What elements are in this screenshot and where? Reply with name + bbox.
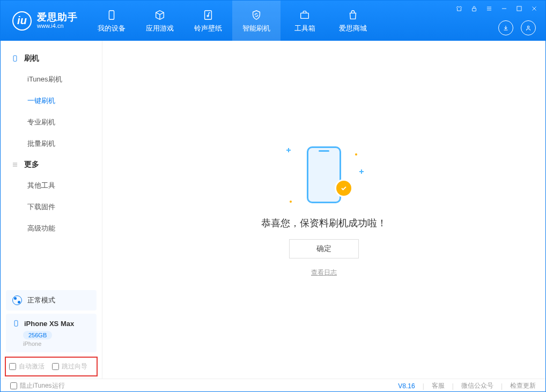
confirm-button[interactable]: 确定 — [289, 239, 359, 258]
bag-icon — [346, 9, 359, 21]
device-info[interactable]: iPhone XS Max 256GB iPhone — [6, 314, 97, 352]
music-file-icon — [202, 9, 215, 21]
sidebar-item-itunes[interactable]: iTunes刷机 — [1, 69, 102, 90]
checkbox-label: 阻止iTunes运行 — [20, 381, 65, 390]
version-label: V8.16 — [398, 382, 415, 390]
svg-rect-7 — [13, 56, 17, 62]
titlebar-controls — [454, 4, 539, 13]
close-icon[interactable] — [529, 4, 539, 13]
sidebar-group-flash: 刷机 — [1, 48, 102, 69]
highlighted-options: 自动激活 跳过向导 — [5, 357, 98, 376]
download-button[interactable] — [498, 20, 513, 35]
checkbox-block-itunes[interactable]: 阻止iTunes运行 — [10, 381, 65, 390]
header-right-buttons — [498, 20, 536, 35]
success-message: 恭喜您，保资料刷机成功啦！ — [261, 217, 387, 230]
dot-icon — [355, 153, 357, 156]
app-logo: iu 爱思助手 www.i4.cn — [1, 1, 87, 41]
device-icon — [11, 55, 19, 62]
sync-icon — [12, 295, 22, 305]
svg-rect-8 — [14, 321, 18, 327]
wechat-link[interactable]: 微信公众号 — [461, 381, 493, 390]
tab-store[interactable]: 爱思商城 — [329, 1, 377, 41]
separator: | — [501, 382, 503, 390]
sidebar: 刷机 iTunes刷机 一键刷机 专业刷机 批量刷机 更多 其他工具 下载固件 … — [1, 41, 102, 379]
main-tabs: 我的设备 应用游戏 铃声壁纸 智能刷机 工具箱 爱思商城 — [87, 1, 377, 41]
tshirt-icon[interactable] — [454, 4, 464, 13]
dot-icon — [290, 201, 292, 203]
app-title: 爱思助手 — [37, 12, 78, 23]
tab-flash[interactable]: 智能刷机 — [232, 1, 281, 41]
briefcase-icon — [298, 9, 311, 21]
shield-sync-icon — [250, 9, 263, 21]
sidebar-group-more: 更多 — [1, 154, 102, 175]
svg-rect-3 — [301, 13, 309, 18]
svg-point-2 — [207, 15, 209, 17]
maximize-icon[interactable] — [514, 4, 524, 13]
device-name: iPhone XS Max — [24, 320, 74, 328]
storage-badge: 256GB — [23, 331, 52, 339]
app-header: iu 爱思助手 www.i4.cn 我的设备 应用游戏 铃声壁纸 智能刷机 工具… — [1, 1, 545, 41]
tab-ringtone[interactable]: 铃声壁纸 — [184, 1, 232, 41]
update-link[interactable]: 检查更新 — [510, 381, 536, 390]
sidebar-item-other[interactable]: 其他工具 — [1, 175, 102, 196]
tab-label: 我的设备 — [98, 24, 126, 33]
svg-rect-0 — [109, 10, 114, 19]
tab-label: 应用游戏 — [146, 24, 174, 33]
lock-icon[interactable] — [469, 4, 479, 13]
tab-label: 智能刷机 — [242, 24, 270, 33]
tab-label: 铃声壁纸 — [194, 24, 222, 33]
checkbox-auto-activate[interactable]: 自动激活 — [9, 362, 45, 371]
tab-toolbox[interactable]: 工具箱 — [281, 1, 329, 41]
checkbox-label: 自动激活 — [19, 362, 45, 371]
sidebar-item-advanced[interactable]: 高级功能 — [1, 218, 102, 239]
tab-apps[interactable]: 应用游戏 — [136, 1, 184, 41]
phone-illustration — [307, 146, 341, 203]
device-type: iPhone — [23, 341, 90, 347]
checkbox-input[interactable] — [10, 382, 17, 389]
user-button[interactable] — [521, 20, 536, 35]
success-illustration — [286, 143, 361, 207]
tab-label: 爱思商城 — [339, 24, 367, 33]
minimize-icon[interactable] — [499, 4, 509, 13]
tab-my-device[interactable]: 我的设备 — [87, 1, 136, 41]
tab-label: 工具箱 — [294, 24, 315, 33]
sidebar-item-batch[interactable]: 批量刷机 — [1, 133, 102, 154]
menu-icon[interactable] — [484, 4, 494, 13]
separator: | — [423, 382, 424, 390]
sidebar-item-firmware[interactable]: 下载固件 — [1, 196, 102, 218]
svg-point-6 — [527, 26, 529, 28]
svg-rect-4 — [473, 8, 476, 11]
sparkle-icon — [286, 148, 291, 152]
logo-icon: iu — [12, 11, 32, 31]
phone-small-icon — [12, 319, 20, 328]
cube-icon — [153, 9, 166, 21]
sparkle-icon — [359, 169, 364, 174]
status-bar: 阻止iTunes运行 V8.16 | 客服 | 微信公众号 | 检查更新 — [1, 379, 545, 392]
checkbox-skip-guide[interactable]: 跳过向导 — [52, 362, 87, 371]
app-subtitle: www.i4.cn — [37, 23, 78, 29]
checkbox-input[interactable] — [52, 363, 59, 370]
checkbox-label: 跳过向导 — [62, 362, 87, 371]
sidebar-item-oneclick[interactable]: 一键刷机 — [1, 90, 102, 112]
view-log-link[interactable]: 查看日志 — [311, 268, 337, 277]
checkbox-input[interactable] — [9, 363, 16, 370]
group-label: 刷机 — [24, 54, 39, 63]
separator: | — [452, 382, 454, 390]
list-icon — [11, 161, 19, 168]
phone-icon — [105, 9, 118, 21]
check-badge-icon — [335, 179, 353, 197]
sidebar-item-pro[interactable]: 专业刷机 — [1, 112, 102, 133]
support-link[interactable]: 客服 — [432, 381, 445, 390]
svg-rect-5 — [517, 6, 521, 11]
mode-label: 正常模式 — [27, 295, 55, 305]
group-label: 更多 — [24, 160, 39, 169]
main-content: 恭喜您，保资料刷机成功啦！ 确定 查看日志 — [102, 41, 545, 379]
device-mode[interactable]: 正常模式 — [6, 290, 97, 310]
